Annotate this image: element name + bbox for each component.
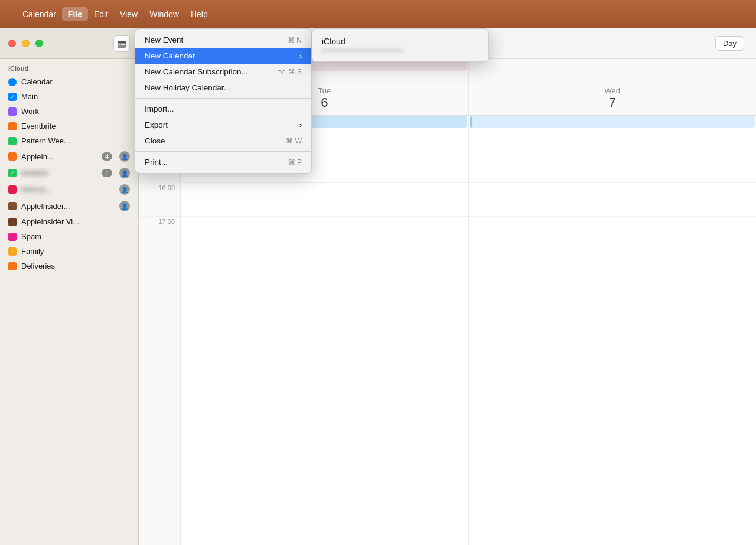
hour-cell-tue-17[interactable]: [181, 217, 468, 250]
sidebar-item-appleinsider[interactable]: AppleInsider... 👤: [0, 198, 138, 214]
menubar-window[interactable]: Window: [144, 7, 185, 21]
work-color-dot: [8, 107, 17, 116]
menubar-file[interactable]: File: [62, 7, 88, 21]
menu-item-export[interactable]: Export ›: [135, 117, 311, 133]
close-button[interactable]: [8, 40, 16, 47]
sidebar-item-blurred2[interactable]: •••••• A... 👤: [0, 181, 138, 198]
menubar-calendar[interactable]: Calendar: [17, 7, 62, 21]
allday-col-wed: [468, 59, 757, 80]
svg-rect-4: [123, 44, 125, 45]
menu-separator-2: [135, 151, 311, 152]
submenu-icloud-sublabel: ••••••••••••••••••••••••••••••••••••: [322, 47, 479, 54]
sidebar-item-label: Work: [21, 107, 130, 116]
menu-item-label: Import...: [145, 105, 174, 113]
blurred2-color-dot: [8, 185, 17, 194]
menu-separator-1: [135, 98, 311, 99]
sidebar-item-label: Spam: [21, 232, 130, 241]
menu-item-shortcut: ⌘ W: [286, 137, 302, 145]
sidebar-item-applein[interactable]: AppleIn... 4 👤: [0, 148, 138, 165]
eventbrite-color-dot: [8, 122, 17, 130]
menu-item-import[interactable]: Import...: [135, 101, 311, 117]
menubar: Calendar File Edit View Window Help: [0, 0, 756, 28]
sidebar-item-calendar[interactable]: Calendar: [0, 74, 138, 89]
day-col-wed: [468, 116, 757, 545]
sidebar-item-label: Main: [21, 92, 130, 101]
menu-item-label: Close: [145, 136, 165, 145]
menu-item-close[interactable]: Close ⌘ W: [135, 133, 311, 149]
blurred1-badge: 1: [102, 169, 112, 177]
applein-person-icon: 👤: [119, 151, 130, 162]
sidebar-item-work[interactable]: Work: [0, 104, 138, 119]
sidebar-item-deliveries[interactable]: Deliveries: [0, 259, 138, 273]
svg-rect-2: [119, 44, 120, 45]
day-number-wed: 7: [469, 95, 757, 110]
day-view-button[interactable]: Day: [715, 36, 744, 51]
hour-cell-wed-14[interactable]: [469, 116, 757, 149]
blurred1-color-dot: ✓: [8, 169, 17, 177]
blurred2-person-icon: 👤: [119, 184, 130, 195]
sidebar-item-label: AppleInsider...: [21, 202, 115, 211]
menu-item-label: New Calendar: [145, 51, 195, 60]
menu-item-label: New Calendar Subscription...: [145, 67, 248, 76]
sidebar-item-spam[interactable]: Spam: [0, 229, 138, 244]
app-container: iCloud Calendar ✓ Main Work Eventbrite P…: [0, 28, 756, 545]
main-color-dot: ✓: [8, 93, 17, 101]
svg-rect-1: [118, 41, 126, 43]
family-color-dot: [8, 247, 17, 256]
menu-item-new-holiday[interactable]: New Holiday Calendar...: [135, 80, 311, 96]
submenu-icloud-label: iCloud: [322, 37, 479, 46]
time-column: 14:00 15:00 16:00 17:00: [139, 116, 180, 545]
sidebar-item-label: Pattern Wee...: [21, 136, 130, 145]
file-menu: New Event ⌘ N New Calendar › New Calenda…: [135, 28, 312, 174]
sidebar-item-label: Calendar: [21, 77, 130, 86]
calendar-body: 14:00 15:00 16:00 17:00: [139, 116, 756, 545]
spam-color-dot: [8, 233, 17, 241]
applein-badge: 4: [102, 152, 112, 161]
menu-item-new-calendar-sub[interactable]: New Calendar Subscription... ⌥ ⌘ S: [135, 64, 311, 80]
sidebar-item-label: Family: [21, 247, 130, 256]
sidebar-item-patternweek[interactable]: Pattern Wee...: [0, 133, 138, 148]
sidebar-item-family[interactable]: Family: [0, 244, 138, 259]
sidebar-item-label: Eventbrite: [21, 122, 130, 130]
export-submenu-arrow-icon: ›: [299, 121, 302, 129]
menu-item-new-calendar[interactable]: New Calendar ›: [135, 48, 311, 64]
hour-cell-tue-16[interactable]: [181, 183, 468, 217]
sidebar-item-eventbrite[interactable]: Eventbrite: [0, 119, 138, 133]
sidebar-item-label: AppleInsider Vi...: [21, 217, 130, 226]
appleinsidervi-color-dot: [8, 218, 17, 226]
menu-item-new-event[interactable]: New Event ⌘ N: [135, 32, 311, 48]
new-calendar-submenu: iCloud •••••••••••••••••••••••••••••••••…: [312, 28, 489, 62]
appleinsider-person-icon: 👤: [119, 201, 130, 211]
day-col-tue: [180, 116, 468, 545]
calendar-color-dot: [8, 78, 17, 86]
patternweek-color-dot: [8, 137, 17, 145]
hour-cell-wed-17[interactable]: [469, 217, 757, 250]
menu-item-shortcut: ⌘ N: [288, 36, 302, 44]
time-slot-1600: 16:00: [139, 183, 180, 217]
menu-item-label: New Holiday Calendar...: [145, 83, 230, 92]
hour-cell-wed-15[interactable]: [469, 149, 757, 183]
menubar-view[interactable]: View: [114, 7, 144, 21]
menubar-help[interactable]: Help: [185, 7, 214, 21]
sidebar-item-label: AppleIn...: [21, 152, 97, 161]
sidebar-item-label: •••••• A...: [21, 185, 115, 194]
sidebar-item-blurred1[interactable]: ✓ •••••••••• 1 👤: [0, 165, 138, 181]
sidebar-toolbar: [0, 28, 138, 59]
calendar-view-icon[interactable]: [113, 35, 130, 52]
event-block-wed[interactable]: [470, 116, 755, 128]
time-slot-1700: 17:00: [139, 217, 180, 250]
menu-item-shortcut: ⌘ P: [288, 158, 302, 167]
blurred1-person-icon: 👤: [119, 168, 130, 178]
menu-item-label: New Event: [145, 35, 183, 44]
sidebar-item-main[interactable]: ✓ Main: [0, 89, 138, 104]
day-grid: [180, 116, 756, 545]
sidebar-item-appleinsidervi[interactable]: AppleInsider Vi...: [0, 214, 138, 229]
minimize-button[interactable]: [22, 40, 30, 47]
maximize-button[interactable]: [35, 40, 43, 47]
menubar-edit[interactable]: Edit: [88, 7, 114, 21]
day-name-wed: Wed: [469, 86, 757, 95]
hour-cell-wed-16[interactable]: [469, 183, 757, 217]
appleinsider-color-dot: [8, 202, 17, 210]
menu-item-print[interactable]: Print... ⌘ P: [135, 154, 311, 170]
submenu-item-icloud[interactable]: iCloud •••••••••••••••••••••••••••••••••…: [312, 32, 488, 58]
